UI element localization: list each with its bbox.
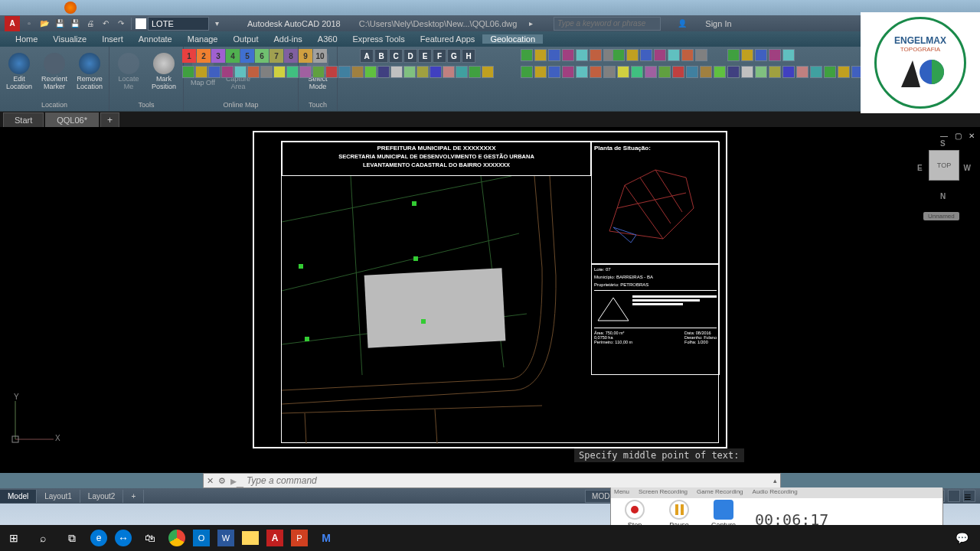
qat-plot-icon[interactable]: 🖨 xyxy=(84,18,96,30)
layout-2[interactable]: Layout2 xyxy=(80,490,124,503)
notifications-icon[interactable]: 💬 xyxy=(951,527,972,549)
toolbar-icon[interactable] xyxy=(416,66,429,78)
toolbar-icon[interactable] xyxy=(364,66,377,78)
status-custom-icon[interactable]: ≡ xyxy=(963,490,975,502)
drawing-canvas[interactable]: — ▢ ✕ Y X PREFEITURA MUNICIPAL DE XXXXXX… xyxy=(0,127,980,470)
layer-let-H[interactable]: H xyxy=(462,49,475,63)
reorient-marker-button[interactable]: Reorient Marker xyxy=(38,48,70,96)
powerpoint-icon[interactable]: P xyxy=(291,530,308,546)
toolbar-icon[interactable] xyxy=(521,66,533,78)
toolbar-icon[interactable] xyxy=(603,66,616,78)
edge-icon[interactable]: e xyxy=(90,530,107,546)
toolbar-icon[interactable] xyxy=(695,49,707,61)
toolbar-icon[interactable] xyxy=(534,66,547,78)
layer-num-7[interactable]: 7 xyxy=(270,49,283,63)
status-clean-icon[interactable] xyxy=(948,490,960,502)
menu-home[interactable]: Home xyxy=(8,34,45,44)
toolbar-icon[interactable] xyxy=(482,66,494,78)
toolbar-icon[interactable] xyxy=(755,49,767,61)
toolbar-icon[interactable] xyxy=(727,66,740,78)
toolbar-icon[interactable] xyxy=(456,66,468,78)
toolbar-icon[interactable] xyxy=(741,66,753,78)
viewcube[interactable]: S E W N TOP Unnamed xyxy=(920,139,968,208)
toolbar-icon[interactable] xyxy=(782,49,795,61)
store-icon[interactable]: 🛍 xyxy=(139,527,161,549)
qat-redo-icon[interactable]: ↷ xyxy=(115,18,127,30)
qat-new-icon[interactable]: ▫ xyxy=(23,18,35,30)
toolbar-icon[interactable] xyxy=(590,66,602,78)
toolbar-icon[interactable] xyxy=(234,66,247,78)
layer-num-2[interactable]: 2 xyxy=(197,49,211,63)
toolbar-icon[interactable] xyxy=(654,49,666,61)
layer-num-1[interactable]: 1 xyxy=(182,49,196,63)
mail-icon[interactable]: M xyxy=(315,527,337,549)
toolbar-icon[interactable] xyxy=(782,66,795,78)
toolbar-icon[interactable] xyxy=(769,66,781,78)
rec-tab-menu[interactable]: Menu xyxy=(614,488,629,497)
tab-new[interactable]: + xyxy=(100,112,119,127)
toolbar-icon[interactable] xyxy=(195,66,207,78)
toolbar-icon[interactable] xyxy=(640,49,652,61)
mark-position-button[interactable]: Mark Position xyxy=(148,48,180,96)
toolbar-icon[interactable] xyxy=(576,49,588,61)
toolbar-icon[interactable] xyxy=(260,66,273,78)
search-icon[interactable]: ▸ xyxy=(524,18,537,30)
toolbar-icon[interactable] xyxy=(521,49,533,61)
toolbar-icon[interactable] xyxy=(769,49,781,61)
qat-dropdown-icon[interactable]: ▾ xyxy=(211,18,223,30)
layer-num-9[interactable]: 9 xyxy=(299,49,312,63)
explorer-icon[interactable] xyxy=(242,531,259,545)
menu-express[interactable]: Express Tools xyxy=(345,34,413,44)
help-search-input[interactable] xyxy=(554,17,661,31)
signin-button[interactable]: Sign In xyxy=(705,19,731,28)
qat-saveas-icon[interactable]: 💾 xyxy=(69,18,81,30)
toolbar-icon[interactable] xyxy=(617,66,629,78)
layer-num-8[interactable]: 8 xyxy=(284,49,298,63)
toolbar-icon[interactable] xyxy=(562,49,574,61)
toolbar-icon[interactable] xyxy=(681,49,694,61)
layout-1[interactable]: Layout1 xyxy=(37,490,80,503)
toolbar-icon[interactable] xyxy=(325,66,338,78)
tab-start[interactable]: Start xyxy=(3,112,44,127)
layer-let-B[interactable]: B xyxy=(374,49,388,63)
layer-let-G[interactable]: G xyxy=(447,49,461,63)
toolbar-icon[interactable] xyxy=(590,49,602,61)
chrome-icon[interactable] xyxy=(168,530,185,546)
outlook-icon[interactable]: O xyxy=(193,530,210,546)
tab-file[interactable]: QQL06* xyxy=(45,112,99,127)
selected-lot[interactable] xyxy=(364,268,506,347)
layer-let-C[interactable]: C xyxy=(389,49,403,63)
toolbar-icon[interactable] xyxy=(403,66,416,78)
cmdline-config-icon[interactable]: ⚙ xyxy=(218,476,226,486)
layer-num-10[interactable]: 10 xyxy=(313,49,327,63)
toolbar-icon[interactable] xyxy=(810,66,822,78)
autocad-icon[interactable]: A xyxy=(266,530,283,546)
toolbar-icon[interactable] xyxy=(700,66,712,78)
qat-open-icon[interactable]: 📂 xyxy=(38,18,51,30)
firefox-icon[interactable] xyxy=(64,2,77,14)
menu-addins[interactable]: Add-ins xyxy=(266,34,310,44)
toolbar-icon[interactable] xyxy=(755,66,767,78)
rec-tab-game[interactable]: Game Recording xyxy=(697,488,743,497)
toolbar-icon[interactable] xyxy=(182,66,194,78)
toolbar-icon[interactable] xyxy=(645,66,657,78)
toolbar-icon[interactable] xyxy=(668,49,680,61)
toolbar-icon[interactable] xyxy=(686,66,698,78)
toolbar-icon[interactable] xyxy=(714,66,726,78)
toolbar-icon[interactable] xyxy=(796,66,808,78)
toolbar-icon[interactable] xyxy=(576,66,588,78)
rec-tab-audio[interactable]: Audio Recording xyxy=(753,488,798,497)
toolbar-icon[interactable] xyxy=(430,66,442,78)
search-icon[interactable]: ⌕ xyxy=(32,527,54,549)
qat-save-icon[interactable]: 💾 xyxy=(54,18,66,30)
toolbar-icon[interactable] xyxy=(377,66,390,78)
toolbar-icon[interactable] xyxy=(299,66,312,78)
layer-let-D[interactable]: D xyxy=(403,49,417,63)
menu-featured[interactable]: Featured Apps xyxy=(413,34,483,44)
toolbar-icon[interactable] xyxy=(838,66,850,78)
layer-num-4[interactable]: 4 xyxy=(226,49,240,63)
toolbar-icon[interactable] xyxy=(221,66,234,78)
toolbar-icon[interactable] xyxy=(672,66,684,78)
taskview-icon[interactable]: ⧉ xyxy=(61,527,83,549)
layout-model[interactable]: Model xyxy=(0,490,37,503)
